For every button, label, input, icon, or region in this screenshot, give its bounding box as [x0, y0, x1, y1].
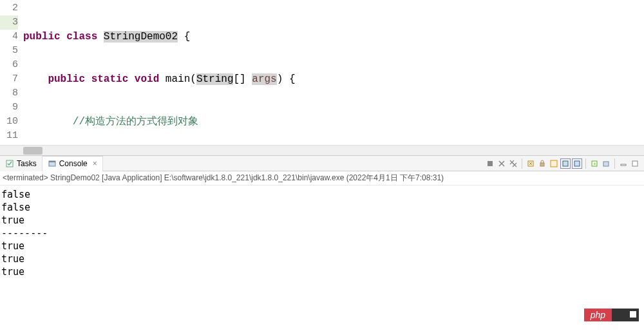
- method-name: main: [166, 73, 190, 85]
- tasks-icon: [5, 159, 14, 168]
- terminate-icon[interactable]: [485, 158, 495, 169]
- tab-label: Console: [59, 159, 88, 168]
- token: {: [178, 31, 190, 43]
- console-toolbar: +: [485, 158, 644, 169]
- toolbar-separator: [522, 158, 522, 169]
- svg-rect-11: [603, 162, 609, 166]
- line-number: 11: [0, 129, 18, 143]
- watermark-logo: [612, 309, 639, 321]
- type: String: [196, 73, 234, 85]
- code-editor: 2 3 4 5 6 7 8 9 10 11 public class Strin…: [0, 0, 644, 156]
- watermark: php: [584, 309, 639, 321]
- line-number: 8: [0, 86, 18, 100]
- svg-rect-2: [49, 161, 55, 162]
- output-line: true: [1, 265, 643, 278]
- token: ) {: [277, 73, 296, 85]
- tab-label: Tasks: [17, 159, 37, 168]
- toolbar-separator: [585, 158, 586, 169]
- svg-rect-12: [621, 164, 626, 166]
- keyword: public: [48, 73, 85, 85]
- maximize-icon[interactable]: [630, 158, 640, 169]
- keyword: class: [66, 31, 97, 43]
- watermark-text: php: [584, 309, 612, 321]
- output-line: true: [1, 214, 643, 227]
- clear-console-icon[interactable]: [526, 158, 536, 169]
- line-number: 4: [0, 30, 18, 44]
- line-number: 6: [0, 58, 18, 72]
- bottom-panel-tabs: Tasks Console × +: [0, 156, 644, 171]
- output-line: true: [1, 252, 643, 265]
- remove-all-icon[interactable]: [508, 158, 518, 169]
- line-number: 10: [0, 115, 18, 129]
- tab-console[interactable]: Console ×: [43, 156, 103, 171]
- console-output[interactable]: false false true -------- true true true: [0, 186, 644, 281]
- output-line: false: [1, 188, 643, 201]
- svg-rect-7: [563, 161, 568, 166]
- output-line: false: [1, 201, 643, 214]
- termination-status: <terminated> StringDemo02 [Java Applicat…: [0, 171, 644, 186]
- svg-rect-5: [540, 163, 544, 166]
- token: (: [190, 73, 196, 85]
- line-number: 9: [0, 100, 18, 115]
- tab-tasks[interactable]: Tasks: [0, 156, 43, 171]
- horizontal-scrollbar[interactable]: [0, 145, 644, 155]
- comment: //构造方法的方式得到对象: [73, 116, 198, 128]
- line-number: 7: [0, 72, 18, 86]
- svg-rect-8: [574, 161, 580, 166]
- scrollbar-thumb[interactable]: [23, 147, 43, 155]
- open-console-icon[interactable]: +: [589, 158, 600, 169]
- output-line: true: [1, 240, 643, 252]
- class-name: StringDemo02: [104, 31, 178, 43]
- svg-text:+: +: [593, 161, 596, 167]
- line-number: 2: [0, 1, 18, 15]
- line-number-gutter: 2 3 4 5 6 7 8 9 10 11: [0, 0, 23, 145]
- scroll-lock-icon[interactable]: [537, 158, 547, 169]
- code-content[interactable]: public class StringDemo02 { public stati…: [23, 0, 644, 145]
- pin-console-icon[interactable]: [572, 158, 582, 169]
- svg-rect-3: [488, 161, 493, 166]
- display-selected-console-icon[interactable]: [601, 158, 611, 169]
- close-icon[interactable]: ×: [93, 159, 97, 168]
- token: []: [233, 73, 252, 85]
- output-line: --------: [1, 227, 643, 240]
- line-number: 5: [0, 44, 18, 58]
- remove-launch-icon[interactable]: [497, 158, 507, 169]
- svg-rect-6: [551, 160, 557, 167]
- word-wrap-icon[interactable]: [549, 158, 559, 169]
- line-number: 3: [0, 15, 18, 30]
- minimize-icon[interactable]: [618, 158, 629, 169]
- console-icon: [48, 159, 57, 168]
- keyword: void: [135, 73, 159, 85]
- keyword: public: [23, 31, 61, 43]
- keyword: static: [91, 73, 129, 85]
- svg-rect-13: [632, 161, 638, 166]
- parameter: args: [252, 73, 276, 85]
- show-console-icon[interactable]: [560, 158, 571, 169]
- toolbar-separator: [614, 158, 615, 169]
